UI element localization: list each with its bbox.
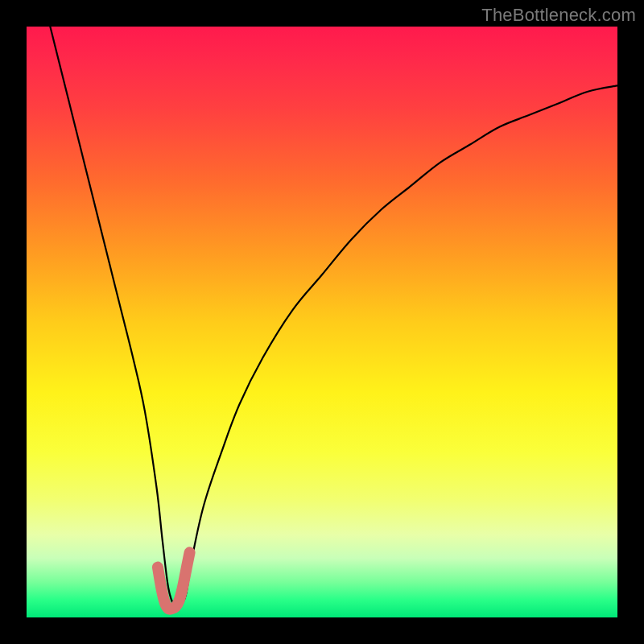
curve-layer — [27, 27, 617, 617]
bottleneck-curve — [50, 27, 617, 608]
bottom-accent-u — [158, 552, 190, 609]
plot-area — [27, 27, 617, 617]
chart-frame: TheBottleneck.com — [0, 0, 644, 644]
watermark-text: TheBottleneck.com — [481, 5, 636, 26]
